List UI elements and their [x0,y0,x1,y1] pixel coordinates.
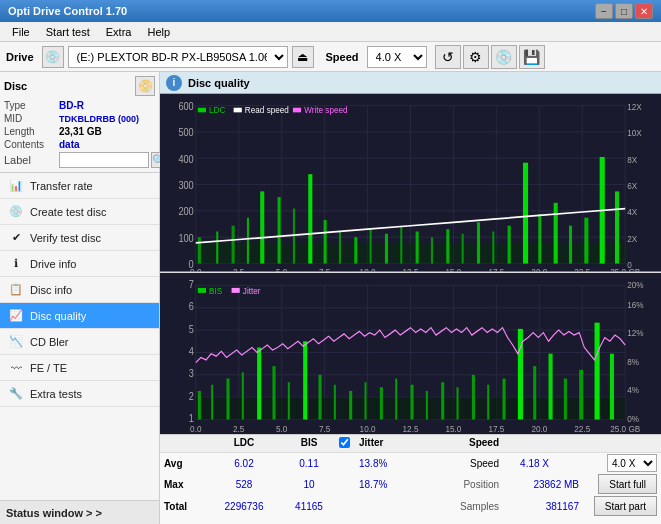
svg-rect-75 [234,108,242,113]
svg-rect-25 [278,197,281,263]
svg-text:3: 3 [189,367,194,379]
verify-test-disc-label: Verify test disc [30,232,101,244]
svg-rect-122 [549,353,553,419]
svg-text:12%: 12% [627,327,643,338]
menu-help[interactable]: Help [139,24,178,40]
svg-text:12.5: 12.5 [403,423,419,434]
svg-rect-101 [226,378,229,419]
svg-rect-106 [303,341,307,419]
title-bar: Opti Drive Control 1.70 − □ ✕ [0,0,661,22]
disc-type-row: Type BD-R [4,100,155,111]
svg-text:8%: 8% [627,356,639,367]
sidebar-item-create-test-disc[interactable]: 💿 Create test disc [0,199,159,225]
disc-header: Disc 📀 [4,76,155,96]
svg-rect-24 [260,191,264,263]
stats-speed-selector[interactable]: 4.0 X [607,454,657,472]
close-button[interactable]: ✕ [635,3,653,19]
svg-rect-111 [380,387,383,419]
nav-items: 📊 Transfer rate 💿 Create test disc ✔ Ver… [0,173,159,500]
sidebar-item-disc-info[interactable]: 📋 Disc info [0,277,159,303]
svg-rect-34 [416,231,419,263]
start-full-button[interactable]: Start full [598,474,657,494]
disc-title: Disc [4,80,27,92]
menu-start-test[interactable]: Start test [38,24,98,40]
disc-quality-icon: 📈 [8,308,24,324]
svg-rect-22 [232,226,235,264]
start-part-button[interactable]: Start part [594,496,657,516]
svg-text:15.0: 15.0 [445,423,461,434]
drive-eject-icon[interactable]: 💿 [42,46,64,68]
stats-area: LDC BIS Jitter Speed Avg 6.02 0.11 13.8%… [160,434,661,524]
svg-text:300: 300 [178,180,194,192]
main-layout: Disc 📀 Type BD-R MID TDKBLDRBB (000) Len… [0,72,661,524]
svg-text:12.5: 12.5 [403,267,419,272]
svg-rect-114 [426,391,428,420]
stats-avg-jitter: 13.8% [359,458,439,469]
svg-rect-77 [293,108,301,113]
minimize-button[interactable]: − [595,3,613,19]
charts-area: 0 100 200 300 400 500 600 0 2X 4X 6X [160,94,661,434]
svg-rect-119 [503,378,506,419]
speed-selector[interactable]: 4.0 X [367,46,427,68]
sidebar-item-cd-bler[interactable]: 📉 CD Bler [0,329,159,355]
svg-rect-29 [339,231,341,263]
svg-text:7.5: 7.5 [319,267,331,272]
svg-rect-47 [615,191,619,263]
sidebar: Disc 📀 Type BD-R MID TDKBLDRBB (000) Len… [0,72,160,524]
svg-text:5.0: 5.0 [276,423,287,434]
svg-text:12X: 12X [627,102,642,113]
menu-file[interactable]: File [4,24,38,40]
disc-icon[interactable]: 💿 [491,45,517,69]
extra-tests-icon: 🔧 [8,386,24,402]
disc-mid-row: MID TDKBLDRBB (000) [4,113,155,124]
svg-rect-117 [472,374,475,419]
drive-eject-button[interactable]: ⏏ [292,46,314,68]
drive-bar: Drive 💿 (E:) PLEXTOR BD-R PX-LB950SA 1.0… [0,42,661,72]
sidebar-item-verify-test-disc[interactable]: ✔ Verify test disc [0,225,159,251]
stats-samples-label: Samples [439,501,499,512]
speed-label: Speed [326,51,359,63]
refresh-icon[interactable]: ↺ [435,45,461,69]
status-window-bar[interactable]: Status window > > [0,500,159,524]
create-test-disc-icon: 💿 [8,204,24,220]
svg-rect-20 [198,237,201,263]
svg-rect-21 [216,231,218,263]
svg-text:22.5: 22.5 [574,423,590,434]
stats-total-row: Total 2296736 41165 Samples 381167 Start… [160,495,661,517]
svg-rect-126 [610,353,614,419]
stats-total-label: Total [164,501,209,512]
top-chart-container: 0 100 200 300 400 500 600 0 2X 4X 6X [160,94,661,273]
svg-text:17.5: 17.5 [488,267,504,272]
settings-icon[interactable]: ⚙ [463,45,489,69]
disc-label-input[interactable] [59,152,149,168]
top-chart-svg: 0 100 200 300 400 500 600 0 2X 4X 6X [160,94,661,272]
stats-max-row: Max 528 10 18.7% Position 23862 MB Start… [160,473,661,495]
disc-mid-value: TDKBLDRBB (000) [59,114,139,124]
svg-text:25.0 GB: 25.0 GB [610,423,640,434]
sidebar-item-drive-info[interactable]: ℹ Drive info [0,251,159,277]
menu-bar: File Start test Extra Help [0,22,661,42]
svg-text:25.0 GB: 25.0 GB [610,267,640,272]
save-icon[interactable]: 💾 [519,45,545,69]
sidebar-item-fe-te[interactable]: 〰 FE / TE [0,355,159,381]
svg-rect-28 [324,220,327,264]
svg-rect-36 [446,229,449,263]
disc-panel: Disc 📀 Type BD-R MID TDKBLDRBB (000) Len… [0,72,159,173]
maximize-button[interactable]: □ [615,3,633,19]
sidebar-item-extra-tests[interactable]: 🔧 Extra tests [0,381,159,407]
sidebar-item-disc-quality[interactable]: 📈 Disc quality [0,303,159,329]
svg-rect-102 [242,372,244,419]
disc-quality-icon-header: i [166,75,182,91]
stats-max-ldc: 528 [209,479,279,490]
fe-te-label: FE / TE [30,362,67,374]
menu-extra[interactable]: Extra [98,24,140,40]
content-area: i Disc quality [160,72,661,524]
stats-avg-ldc: 6.02 [209,458,279,469]
disc-info-label: Disc info [30,284,72,296]
stats-avg-row: Avg 6.02 0.11 13.8% Speed 4.18 X 4.0 X [160,453,661,473]
jitter-checkbox[interactable] [339,437,350,448]
svg-rect-109 [349,391,352,420]
drive-selector[interactable]: (E:) PLEXTOR BD-R PX-LB950SA 1.06 [68,46,288,68]
sidebar-item-transfer-rate[interactable]: 📊 Transfer rate [0,173,159,199]
disc-action-icon[interactable]: 📀 [135,76,155,96]
